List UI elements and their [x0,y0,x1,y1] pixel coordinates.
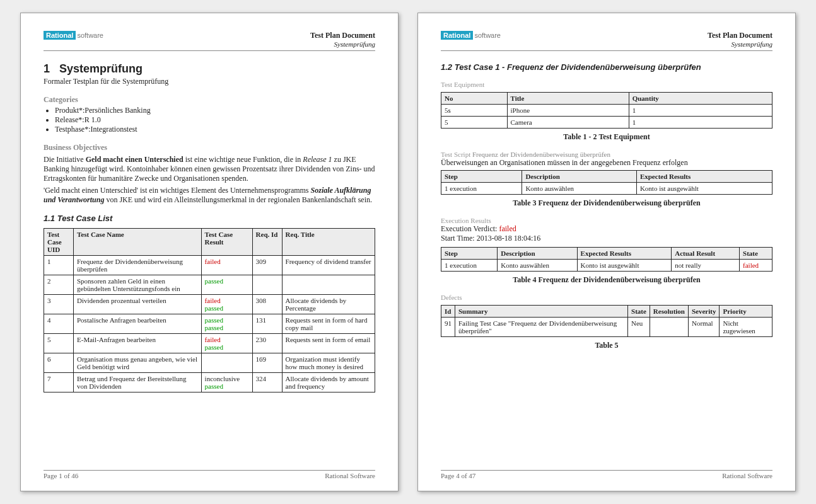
doc-subtitle: Systemprüfung [310,40,375,48]
section-subtitle: Formaler Testplan für die Systemprüfung [44,77,375,86]
column-header: Description [498,248,577,260]
test-script-desc: Überweisungen an Organisationen müssen i… [441,158,772,168]
table-row: 5E-Mail-Anfragen bearbeitenfailedpassed2… [44,334,375,353]
execution-verdict: Execution Verdict: failed [441,224,772,234]
column-header: Resolution [650,306,688,318]
table-row: 1Frequenz der Dividendenüberweisung über… [44,256,375,275]
footer-page: Page 1 of 46 [44,472,78,479]
test-equipment-table: NoTitleQuantity 5siPhone15Camera1 [441,92,772,129]
execution-results-table: StepDescriptionExpected ResultsActual Re… [441,247,772,272]
test-case-list-heading: 1.1 Test Case List [44,214,375,223]
table-row: 5siPhone1 [441,105,772,117]
column-header: Test Case Result [201,229,252,256]
objectives-p2: 'Geld macht einen Unterschied' ist ein w… [44,186,375,205]
table-row: 1 executionKonto auswählenKonto ist ausg… [441,260,772,272]
column-header: State [740,248,772,260]
table-row: 7Betrag und Frequenz der Bereitstellung … [44,373,375,392]
table-caption: Table 5 [441,341,772,350]
page-footer: Page 1 of 46 Rational Software [44,470,375,479]
test-script-table: StepDescriptionExpected Results 1 execut… [441,170,772,195]
page-4: Rational software Test Plan Document Sys… [417,13,796,491]
table-row: 1 executionKonto auswählenKonto ist ausg… [441,183,772,195]
table-row: 2Sponsoren zahlen Geld in einen gebündel… [44,275,375,295]
column-header: Expected Results [577,248,672,260]
logo-brand: Rational [44,31,76,40]
section-heading: 1 Systemprüfung [44,62,375,76]
logo-suffix: software [77,32,103,39]
column-header: Severity [688,306,719,318]
test-equipment-label: Test Equipment [441,81,772,88]
column-header: Req. Title [282,229,375,256]
page-header: Rational software Test Plan Document Sys… [441,31,772,51]
execution-results-label: Execution Results [441,217,772,224]
logo-brand: Rational [441,31,473,40]
column-header: Description [522,171,637,183]
categories-label: Categories [44,95,375,105]
doc-subtitle: Systemprüfung [708,40,772,48]
logo: Rational software [441,31,501,40]
logo-suffix: software [474,32,501,39]
column-header: Id [441,306,455,318]
column-header: No [441,93,508,105]
table-row: 3Dividenden prozentual verteilenfailedpa… [44,295,375,314]
column-header: Test Case Name [74,229,202,256]
doc-title-block: Test Plan Document Systemprüfung [708,31,772,48]
column-header: Test Case UID [44,229,74,256]
objectives-p1: Die Initiative Geld macht einen Untersch… [44,155,375,183]
column-header: Req. Id [252,229,282,256]
doc-title-block: Test Plan Document Systemprüfung [310,31,375,48]
categories-list: Produkt*:Persönliches BankingRelease*:R … [55,106,375,134]
defects-table: IdSummaryStateResolutionSeverityPriority… [441,305,772,337]
page-header: Rational software Test Plan Document Sys… [44,31,375,51]
column-header: Quantity [629,93,772,105]
test-case-list-table: Test Case UIDTest Case NameTest Case Res… [44,228,375,392]
table-row: 4Postalische Anfragen bearbeitenpassedpa… [44,314,375,334]
footer-page: Page 4 of 47 [441,472,475,479]
test-case-heading: 1.2 Test Case 1 - Frequenz der Dividende… [441,62,772,72]
column-header: Title [507,93,629,105]
table-caption: Table 3 Frequenz der Dividendenüberweisu… [441,198,772,208]
column-header: Priority [720,306,772,318]
column-header: Step [441,171,522,183]
column-header: Summary [455,306,628,318]
category-item: Produkt*:Persönliches Banking [55,106,375,115]
footer-company: Rational Software [325,472,375,479]
table-row: 5Camera1 [441,117,772,129]
table-caption: Table 1 - 2 Test Equipment [441,132,772,142]
column-header: State [628,306,650,318]
page-1: Rational software Test Plan Document Sys… [20,13,399,491]
footer-company: Rational Software [722,472,772,479]
page-footer: Page 4 of 47 Rational Software [441,470,772,479]
doc-title: Test Plan Document [310,31,375,40]
defects-label: Defects [441,294,772,301]
test-script-label: Test Script Frequenz der Dividendenüberw… [441,151,772,158]
category-item: Testphase*:Integrationstest [55,125,375,134]
execution-start-time: Start Time: 2013-08-18 18:04:16 [441,234,772,243]
logo: Rational software [44,31,103,40]
category-item: Release*:R 1.0 [55,115,375,125]
table-caption: Table 4 Frequenz der Dividendenüberweisu… [441,275,772,285]
column-header: Expected Results [636,171,772,183]
column-header: Actual Result [672,248,740,260]
column-header: Step [441,248,498,260]
table-row: 91Failing Test Case "Frequenz der Divide… [441,318,772,337]
doc-title: Test Plan Document [708,31,772,40]
business-objectives-label: Business Objectives [44,143,375,152]
table-row: 6Organisation muss genau angeben, wie vi… [44,353,375,373]
